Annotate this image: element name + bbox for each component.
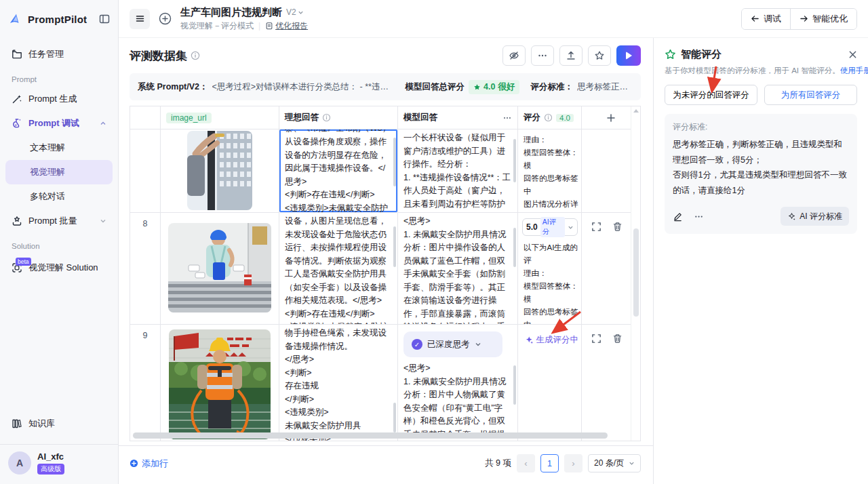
smart-optimize-button[interactable]: 智能优化 [790,9,856,29]
manual-link[interactable]: 使用手册 [840,66,868,75]
image-cell[interactable] [161,129,279,213]
sidebar-item-vision-solution[interactable]: beta 视觉理解 Solution [5,256,113,280]
ai-score-tag: AI评分 [540,217,565,237]
ellipsis-icon [694,211,704,222]
criteria-more-button[interactable] [694,211,704,222]
next-page-button[interactable]: › [564,454,583,472]
page-title: 生产车间图片违规判断 [180,6,282,19]
score-cell[interactable]: 理由： 模型回答整体：模 回答的思考标签中 图片情况分析详细 判断标签正确为存 … [518,129,582,213]
ideal-answer-cell-selected[interactable]: 寨、《吊险》全布附（W3） 从设备操作角度观察，操作设备的方法明显存在危险，因此… [279,129,398,213]
ideal-answer-cell[interactable]: 物手持橙色绳索，未发现设备违规操作情况。 </思考> <判断> 存在违规 </判… [279,325,398,441]
section-solution: Solution [12,242,106,250]
sidebar-item-text-understanding[interactable]: 文本理解 [5,136,113,160]
flask-icon [12,118,22,129]
run-evaluation-button[interactable] [616,45,641,66]
score-reason-text: 理由： 模型回答整体：模 回答的思考标签中 图片情况分析详细 判断标签正确为存 … [518,129,581,213]
add-version-button[interactable] [158,12,172,26]
scrollbar-thumb[interactable] [633,228,639,317]
score-cell[interactable]: 生成评分中 [518,325,582,441]
hide-columns-button[interactable] [502,45,526,66]
more-actions-button[interactable] [531,45,554,66]
sidebar-item-label: Prompt 生成 [28,93,77,105]
model-answer-cell[interactable]: 一个长杆状设备（疑似用于窗户清洁或维护的工具）进行操作。经分析： 1. **违规… [398,129,518,213]
add-row-button[interactable]: 添加行 [130,458,168,470]
cell-scrollbar[interactable] [393,226,396,267]
delete-row-button[interactable] [612,222,623,232]
eye-off-icon [509,50,519,61]
main-column: 生产车间图片违规判断 V2 视觉理解－评分模式 | 优化报告 [119,0,868,484]
ideal-answer-text: 从设备操作角度观察，操作设备的方法明显存在危险，因此属于违规操作设备。</思考>… [279,136,397,213]
dataset-toolbar [502,45,641,66]
books-icon [12,418,22,429]
report-icon [265,22,273,30]
add-row-label: 添加行 [142,458,168,470]
version-selector[interactable]: V2 [286,7,304,17]
score-header[interactable]: 评分 4.0 [518,106,582,129]
image-cell[interactable] [161,325,279,441]
current-page[interactable]: 1 [540,454,559,472]
expand-row-button[interactable] [591,222,601,232]
model-answer-cell[interactable]: <思考> 1. 未佩戴安全防护用具情况分析：图片中操作设备的人员佩戴了蓝色工作帽… [398,213,518,325]
scroll-up-arrow[interactable] [633,109,639,113]
star-icon [594,50,605,61]
cell-scrollbar[interactable] [393,403,396,432]
sidebar-item-multiturn[interactable]: 多轮对话 [5,184,113,209]
sidebar-item-prompt-gen[interactable]: Prompt 生成 [5,87,113,111]
hamburger-menu-button[interactable] [130,9,150,29]
cell-scrollbar[interactable] [513,365,516,405]
score-select[interactable]: 5.0 AI评分 [522,218,578,236]
generating-score-label: 生成评分中 [536,334,579,346]
user-row[interactable]: A AI_xfc 高级版 [0,444,118,484]
debug-nav-button[interactable]: 调试 [742,9,790,29]
table-vertical-scrollbar[interactable] [631,106,640,441]
table-row: 9 [130,325,640,441]
upload-button[interactable] [559,45,583,66]
sidebar-item-prompt-batch[interactable]: Prompt 批量 [5,209,113,233]
delete-row-button[interactable] [612,334,623,344]
close-icon [848,50,857,59]
cell-scrollbar[interactable] [393,138,396,186]
dataset-image-window-worker[interactable] [187,131,252,210]
score-cell[interactable]: 5.0 AI评分 以下为AI生成的评 理由： 模型回答整体：模 回答的思考标签中… [518,213,582,325]
score-all-button[interactable]: 为所有回答评分 [764,85,857,105]
sidebar-item-tasks[interactable]: 任务管理 [5,42,113,66]
pencil-icon [673,211,683,222]
column-more-button[interactable] [502,113,512,123]
ideal-answer-header[interactable]: 理想回答 [279,106,398,129]
sparkle-wand-icon [787,212,796,221]
model-answer-cell[interactable]: ✓ 已深度思考 <思考> 1. 未佩戴安全防护用具情况分析：图片中人物佩戴了黄色… [398,325,518,441]
sidebar-item-knowledge-base[interactable]: 知识库 [5,411,113,436]
edit-criteria-button[interactable] [673,211,683,222]
arrow-left-icon [751,15,760,22]
deep-think-toggle[interactable]: ✓ 已深度思考 [403,331,502,357]
optimization-report-link[interactable]: 优化报告 [265,20,308,32]
system-prompt-bar[interactable]: 系统 Prompt/V2： <思考过程>对错误样本进行分类总结： - **违规操… [130,73,641,100]
image-url-header[interactable]: image_url [161,106,279,129]
panel-desc-text: 基于你对模型回答的评分标准，用于 AI 智能评分。 [665,66,840,75]
page-size-select[interactable]: 20 条/页 [588,454,641,472]
beta-badge: beta [16,258,31,266]
prev-page-button[interactable]: ‹ [517,454,535,472]
info-icon [544,113,553,122]
favorite-button[interactable] [588,45,611,66]
model-answer-header[interactable]: 模型回答 [398,106,518,129]
cell-scrollbar[interactable] [513,139,516,182]
sidebar-item-prompt-debug[interactable]: Prompt 调试 [5,111,113,136]
score-unscored-button[interactable]: 为未评分的回答评分 [665,85,757,105]
cell-scrollbar[interactable] [513,228,516,267]
generating-score-link[interactable]: 生成评分中 [525,334,578,346]
criteria-card: 评分标准: 思考标签正确，判断标签正确，且违规类型和理想回答一致，得5分； 否则… [665,114,857,234]
content-row: 评测数据集 [119,38,868,484]
sidebar-collapse-icon[interactable] [99,14,110,24]
dataset-image-vest-worker[interactable] [169,329,271,439]
close-panel-button[interactable] [848,50,857,59]
ideal-answer-cell[interactable]: 设备，从图片呈现信息看，未发现设备处于危险状态仍运行、未按操作规程使用设备等情况… [279,213,398,325]
divider: | [258,21,260,31]
sidebar-item-vision-understanding[interactable]: 视觉理解 [5,160,113,184]
expand-row-button[interactable] [591,334,601,344]
score-label: 评分 [524,112,540,123]
ai-criteria-button[interactable]: AI 评分标准 [781,207,849,226]
table-horizontal-scrollbar[interactable] [133,432,608,439]
dataset-image-conveyor-worker[interactable] [168,223,271,312]
image-cell[interactable] [161,213,279,325]
